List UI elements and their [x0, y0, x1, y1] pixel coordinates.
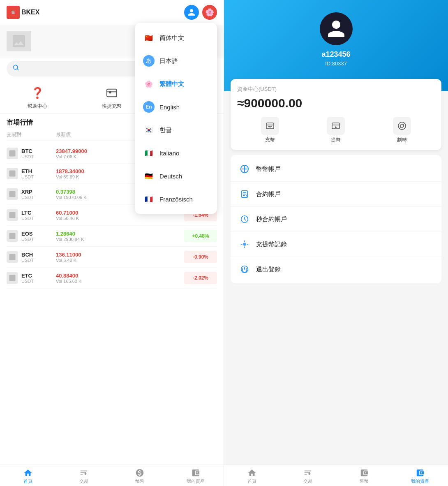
- left-nav-coin[interactable]: 幣幣: [112, 468, 168, 484]
- menu-second-contract[interactable]: 秒合約帳戶: [231, 207, 441, 232]
- coin-icon-btc: [7, 148, 18, 159]
- logo-text: BKEX: [21, 9, 39, 16]
- trade-icon: [79, 468, 88, 477]
- lang-item-0[interactable]: 🇨🇳 简体中文: [135, 26, 217, 49]
- logo-icon: B: [7, 6, 20, 19]
- coin-icon-eth: [7, 168, 18, 179]
- left-nav-home-label: 首頁: [23, 478, 32, 484]
- lang-item-2[interactable]: 🌸 繁體中文: [135, 72, 217, 95]
- price-value: 40.88400: [56, 273, 184, 279]
- lang-flag: 🇨🇳: [143, 32, 155, 44]
- coin-icon-etc: [7, 272, 18, 284]
- deposit-icon: [261, 117, 279, 135]
- history-icon: [239, 238, 250, 250]
- right-coin-icon: [360, 468, 369, 477]
- svg-point-8: [400, 124, 404, 127]
- coin-icon-bch: [7, 251, 18, 263]
- lang-flag: 🇩🇪: [143, 170, 155, 182]
- logo: B BKEX: [7, 6, 39, 19]
- shortcut-help[interactable]: ❓ 幫助中心: [0, 85, 74, 110]
- right-bottom-nav: 首頁 交易 幣幣 我的資產: [224, 465, 448, 486]
- lang-item-6[interactable]: 🇩🇪 Deutsch: [135, 164, 217, 187]
- left-nav-assets[interactable]: 我的資產: [168, 468, 224, 484]
- language-button[interactable]: 🌸: [202, 5, 217, 20]
- pair-name: BCH USDT: [21, 252, 34, 263]
- coin-icon-ltc: [7, 209, 18, 221]
- right-nav-home-label: 首頁: [247, 478, 256, 484]
- market-row[interactable]: EOS USDT 1.28640 Vol 2930.84 K +0.48%: [7, 226, 217, 247]
- search-icon: [12, 64, 20, 73]
- price-vol: Vol 165.60 K: [56, 279, 184, 284]
- lang-item-5[interactable]: 🇮🇹 Italiano: [135, 141, 217, 164]
- lang-flag: 🇰🇷: [143, 124, 155, 136]
- lang-flag: 🌸: [143, 78, 155, 90]
- lang-flag: 🇫🇷: [143, 193, 155, 205]
- recharge-icon: [104, 85, 120, 101]
- pair-info: LTC USDT: [7, 209, 56, 221]
- pair-quote: USDT: [21, 258, 34, 263]
- menu-history[interactable]: 充提幣記錄: [231, 232, 441, 257]
- svg-rect-0: [107, 89, 117, 97]
- menu-logout[interactable]: 退出登錄: [231, 257, 441, 282]
- menu-contract[interactable]: 合約帳戶: [231, 182, 441, 207]
- left-nav-home[interactable]: 首頁: [0, 468, 56, 484]
- pair-base: XRP: [21, 189, 34, 195]
- pair-quote: USDT: [21, 174, 34, 179]
- lang-item-3[interactable]: En English: [135, 95, 217, 118]
- language-items: 🇨🇳 简体中文 あ 日本語 🌸 繁體中文 En English 🇰🇷 한글 🇮🇹…: [135, 26, 217, 211]
- left-nav-trade[interactable]: 交易: [56, 468, 112, 484]
- lang-label: English: [159, 104, 180, 111]
- lang-item-1[interactable]: あ 日本語: [135, 49, 217, 72]
- market-row[interactable]: ETC USDT 40.88400 Vol 165.60 K -2.02%: [7, 268, 217, 289]
- lang-label: 한글: [159, 126, 172, 134]
- pair-quote: USDT: [21, 216, 34, 221]
- pair-base: LTC: [21, 210, 34, 216]
- coin-icon: [135, 468, 144, 477]
- market-row[interactable]: BCH USDT 136.11000 Vol 6.42 K -0.90%: [7, 247, 217, 268]
- right-nav-trade[interactable]: 交易: [280, 468, 336, 484]
- pair-base: ETH: [21, 168, 34, 174]
- right-nav-coin[interactable]: 幣幣: [336, 468, 392, 484]
- pair-info: XRP USDT: [7, 188, 56, 200]
- pair-quote: USDT: [21, 154, 34, 159]
- lang-item-4[interactable]: 🇰🇷 한글: [135, 118, 217, 141]
- menu-spot[interactable]: 幣幣帳戶: [231, 157, 441, 182]
- action-deposit[interactable]: 充幣: [261, 117, 279, 143]
- profile-id: ID:80337: [232, 60, 440, 67]
- help-icon: ❓: [29, 85, 46, 101]
- change-badge: -0.90%: [184, 251, 217, 263]
- pair-base: ETC: [21, 273, 34, 279]
- right-panel: a123456 ID:80337 資產中心(USDT) ≈900000.00 充…: [224, 0, 448, 486]
- right-nav-assets[interactable]: 我的資產: [392, 468, 448, 484]
- menu-list: 幣幣帳戶 合約帳戶 秒合約帳戶: [231, 155, 441, 283]
- pair-base: EOS: [21, 231, 34, 237]
- lang-item-7[interactable]: 🇫🇷 Französisch: [135, 187, 217, 211]
- pair-quote: USDT: [21, 279, 34, 284]
- pair-name: ETH USDT: [21, 168, 34, 179]
- logout-icon: [239, 264, 250, 275]
- header: B BKEX 🌸: [0, 0, 224, 25]
- asset-title: 資產中心(USDT): [237, 86, 435, 93]
- menu-contract-label: 合約帳戶: [256, 190, 281, 198]
- price-value: 1.28640: [56, 231, 184, 237]
- lang-flag: 🇮🇹: [143, 147, 155, 159]
- language-dropdown: 🇨🇳 简体中文 あ 日本語 🌸 繁體中文 En English 🇰🇷 한글 🇮🇹…: [135, 23, 217, 214]
- person-icon: [187, 8, 196, 16]
- contract-icon: [239, 188, 250, 200]
- header-pair: 交易對: [7, 131, 56, 138]
- svg-point-15: [243, 243, 246, 245]
- pair-info: BCH USDT: [7, 251, 56, 263]
- pair-info: ETH USDT: [7, 168, 56, 179]
- right-home-icon: [247, 468, 256, 477]
- pair-name: XRP USDT: [21, 189, 34, 200]
- lang-label: Italiano: [159, 150, 179, 157]
- pair-name: LTC USDT: [21, 210, 34, 221]
- pair-quote: USDT: [21, 195, 34, 200]
- profile-button[interactable]: [184, 5, 199, 20]
- lang-label: 简体中文: [159, 34, 184, 42]
- pair-base: BTC: [21, 148, 34, 154]
- action-withdraw[interactable]: 提幣: [327, 117, 345, 143]
- right-nav-home[interactable]: 首頁: [224, 468, 280, 484]
- action-transfer[interactable]: 劃轉: [393, 117, 411, 143]
- pair-name: EOS USDT: [21, 231, 34, 242]
